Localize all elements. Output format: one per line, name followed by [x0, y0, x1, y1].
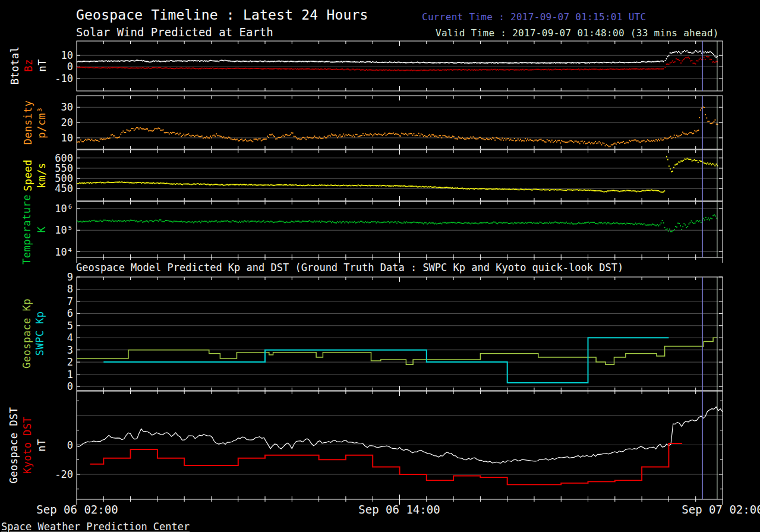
current-time-text: Current Time : 2017-09-07 01:15:01 UTC	[422, 11, 646, 23]
y-tick-label-kp: 3	[23, 344, 73, 356]
y-tick-label-kp: 4	[23, 332, 73, 344]
y-tick-label-kp: 2	[23, 356, 73, 368]
trace-geospace-kp	[77, 338, 717, 364]
trace-temperature	[77, 220, 659, 226]
trace-temperature-disturbed	[660, 215, 718, 232]
x-axis-label-end: Sep 07 02:00	[682, 503, 760, 516]
trace-speed	[77, 182, 665, 193]
panel-border-kp	[77, 277, 723, 391]
y-tick-label-dst: 0	[23, 439, 73, 451]
solar-wind-subtitle: Solar Wind Predicted at Earth	[76, 26, 273, 39]
y-tick-label-temperature: 10⁶	[23, 203, 73, 215]
y-tick-label-kp: 6	[23, 307, 73, 319]
y-tick-label-temperature: 10⁵	[23, 224, 73, 236]
panel-border-imf	[77, 41, 723, 91]
trace-kyoto-dst	[90, 443, 683, 484]
panel-border-speed	[77, 150, 723, 201]
axis-label-btotal: Btotal	[9, 46, 21, 84]
axis-label-geospace-dst: Geospace DST	[8, 407, 20, 484]
y-tick-label-dst: -20	[23, 468, 73, 480]
y-tick-label-kp: 5	[23, 320, 73, 332]
y-tick-label-imf: -10	[23, 73, 73, 84]
y-tick-label-density: 30	[23, 101, 73, 113]
y-tick-label-imf: 10	[23, 49, 73, 61]
y-tick-label-density: 20	[23, 117, 73, 128]
trace-bz-quiet	[77, 67, 664, 71]
geospace-timeline-screen: Geospace Timeline : Latest 24 Hours Curr…	[0, 0, 760, 532]
x-axis-label-start: Sep 06 02:00	[36, 503, 118, 516]
y-tick-label-density: 10	[23, 132, 73, 144]
y-tick-label-imf: 0	[23, 61, 73, 73]
swpc-credit-link[interactable]: Space Weather Prediction Center	[1, 521, 190, 532]
trace-density	[77, 128, 699, 147]
y-tick-label-kp: 7	[23, 295, 73, 307]
trace-swpc-kp	[103, 338, 668, 383]
y-tick-label-speed: 450	[23, 182, 73, 194]
trace-btotal-quiet	[77, 60, 664, 63]
x-axis-label-middle: Sep 06 14:00	[358, 503, 440, 516]
kp-dst-section-title: Geospace Model Predicted Kp and DST (Gro…	[76, 262, 623, 273]
y-tick-label-kp: 9	[23, 271, 73, 283]
y-tick-label-kp: 0	[23, 380, 73, 392]
y-tick-label-kp: 1	[23, 369, 73, 380]
valid-time-text: Valid Time : 2017-09-07 01:48:00 (33 min…	[436, 27, 719, 39]
y-tick-label-kp: 8	[23, 283, 73, 295]
page-title: Geospace Timeline : Latest 24 Hours	[76, 7, 368, 23]
trace-speed-jump	[666, 157, 718, 172]
y-tick-label-temperature: 10⁴	[23, 246, 73, 258]
trace-density-spike	[699, 107, 718, 124]
trace-bz-disturbed	[665, 56, 718, 67]
panel-border-temperature	[77, 202, 723, 257]
